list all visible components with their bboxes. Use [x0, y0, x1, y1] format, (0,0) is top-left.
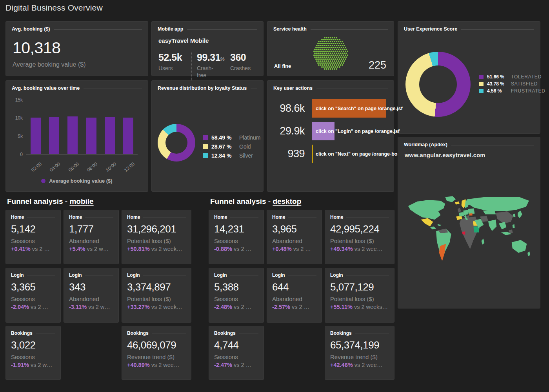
map-region-mexico	[421, 218, 433, 226]
funnel-delta: -0.88%	[214, 246, 232, 252]
funnel-stage: Login	[69, 272, 82, 278]
health-dot	[320, 41, 322, 42]
key-action-row[interactable]: 98.6kclick on "Search" on page /orange.j…	[273, 99, 385, 118]
funnel-tile[interactable]: Login3,374,897Potential loss ($)+33.27% …	[122, 268, 191, 323]
health-dot	[341, 58, 342, 60]
revenue-legend: 58.49 %Platinum28.67 %Gold12.84 %Silver	[203, 134, 260, 159]
service-health-count: 225	[369, 59, 386, 71]
health-dot	[328, 37, 329, 38]
health-dot	[317, 43, 319, 44]
funnel-metric-label: Sessions	[214, 238, 258, 244]
legend-swatch	[479, 89, 484, 93]
header-rule	[346, 276, 389, 276]
bar[interactable]	[31, 118, 41, 154]
key-action-row[interactable]: 29.9kclick on "Login" on page /orange.js…	[273, 122, 385, 140]
funnel-tile[interactable]: Login3,365Sessions-2.04% vs 2 …	[5, 268, 61, 323]
key-action-row[interactable]: 939click on "Next" on page /orange-bo…	[273, 145, 385, 163]
header-rule	[143, 276, 186, 276]
health-dot	[337, 51, 338, 52]
bar[interactable]	[67, 116, 78, 154]
key-action-bar[interactable]	[312, 145, 313, 163]
tile-revenue-distribution[interactable]: Revenue distribution by loyalty Status 5…	[151, 80, 264, 192]
funnel-delta-row: +49.34% vs 2 wee…	[330, 246, 389, 252]
health-dot	[319, 62, 321, 64]
tile-ux-score[interactable]: User Experience Score 51.66 %TOLERATED43…	[398, 21, 540, 134]
health-dot	[334, 60, 335, 62]
bar[interactable]	[49, 117, 59, 154]
header-rule	[230, 276, 258, 276]
health-dot	[344, 53, 345, 54]
tile-avg-booking[interactable]: Avg. booking ($) 10,318 Average booking …	[5, 21, 148, 76]
ux-score-donut-chart[interactable]	[405, 52, 471, 117]
map-region-kazakhstan	[483, 210, 496, 214]
ux-score-legend: 51.66 %TOLERATED43.78 %SATISFIED4.56 %FR…	[479, 74, 545, 94]
x-tick-slot: 12:00	[119, 157, 138, 173]
health-dot	[335, 51, 336, 52]
health-dot	[336, 41, 337, 42]
tile-worldmap[interactable]: Worldmap (Apdex) www.angular.easytravel.…	[398, 137, 540, 309]
health-dot	[337, 66, 338, 68]
bar[interactable]	[105, 117, 115, 154]
legend-swatch	[203, 135, 208, 140]
funnel-tile[interactable]: Login5,388Sessions-2.48% vs 2 …	[209, 268, 264, 323]
funnel-metric-label: Potential loss ($)	[330, 238, 389, 244]
funnel-tile[interactable]: Login644Abandoned-2.57% vs 2 …	[267, 268, 322, 323]
health-dot	[336, 68, 337, 70]
funnel-tile[interactable]: Login343Abandoned-3.11% vs 2 w…	[64, 268, 119, 323]
health-dot	[338, 41, 339, 42]
map-region-india	[488, 220, 496, 231]
funnel-tile-header: Home	[69, 214, 113, 220]
health-dot	[332, 41, 333, 42]
funnel-grid-mobile: Home5,142Sessions+0.41% vs 2 …Home1,777A…	[5, 210, 193, 381]
bar[interactable]	[86, 118, 96, 154]
tile-mobile-app[interactable]: Mobile app easyTravel Mobile 52.5k Users…	[151, 21, 264, 76]
health-dot	[330, 56, 331, 58]
funnel-tile[interactable]: Bookings65,374,199Revenue trend ($)+42.4…	[325, 326, 394, 380]
health-dot	[340, 56, 341, 58]
funnel-metric-label: Abandoned	[272, 296, 316, 302]
health-dot	[323, 58, 325, 60]
health-dot	[328, 49, 329, 50]
funnel-delta-row: +40.89% vs 2 wee…	[127, 362, 186, 368]
map-region-japan	[518, 211, 522, 218]
health-dot	[331, 39, 333, 40]
funnel-tile[interactable]: Home3,965Abandoned+0.48% vs 2 …	[267, 210, 322, 264]
funnel-delta-row: +5.4% vs 2 w…	[69, 246, 113, 252]
bar[interactable]	[123, 118, 133, 154]
health-dot	[332, 56, 333, 58]
header-rule	[85, 276, 113, 276]
health-dot	[330, 45, 331, 46]
tile-booking-over-time[interactable]: Avg. booking value over time 15k10k5k0 0…	[5, 80, 148, 192]
revenue-donut-chart[interactable]	[158, 124, 195, 162]
funnel-tile[interactable]: Home5,142Sessions+0.41% vs 2 …	[5, 210, 61, 264]
funnel-tile[interactable]: Home1,777Abandoned+5.4% vs 2 w…	[64, 210, 119, 264]
x-tick-label: 12:00	[123, 161, 136, 173]
funnel-stage: Home	[330, 214, 343, 220]
funnel-tile[interactable]: Login5,077,129Potential loss ($)+55.11% …	[325, 268, 394, 323]
funnel-device-link-mobile[interactable]: mobile	[69, 197, 93, 205]
funnel-tile[interactable]: Home14,231Sessions-0.88% vs 2 …	[209, 210, 264, 264]
health-dot	[339, 47, 340, 48]
funnel-delta: +0.48%	[272, 246, 292, 252]
funnel-tile[interactable]: Bookings3,022Sessions-1.91% vs 2 w…	[5, 326, 61, 380]
health-dot	[337, 54, 338, 56]
funnel-tile[interactable]: Bookings46,069,079Revenue trend ($)+40.8…	[122, 326, 191, 380]
health-dot	[316, 60, 318, 62]
tile-service-health[interactable]: Service health All fine 225	[267, 21, 394, 76]
funnel-metric-label: Sessions	[11, 238, 55, 244]
health-dot	[326, 60, 327, 62]
world-map[interactable]	[406, 195, 531, 271]
funnel-tile[interactable]: Home42,995,224Potential loss ($)+49.34% …	[325, 210, 394, 264]
tile-title: Key user actions	[273, 85, 313, 91]
bar-series[interactable]	[26, 100, 138, 154]
funnel-tile[interactable]: Home31,296,201Potential loss ($)+50.81% …	[122, 210, 191, 264]
tile-key-user-actions[interactable]: Key user actions 98.6kclick on "Search" …	[267, 80, 394, 192]
funnel-value: 3,022	[11, 339, 55, 351]
funnel-compare-label: vs 2 wee…	[354, 246, 383, 252]
funnel-device-link-desktop[interactable]: desktop	[273, 197, 301, 205]
health-dot	[320, 45, 322, 46]
funnel-stage: Login	[214, 272, 227, 278]
key-action-label: click on "Next" on page /orange-bo…	[316, 151, 402, 157]
funnel-tile[interactable]: Bookings4,744Sessions-2.47% vs 2 …	[209, 326, 264, 380]
health-dot	[320, 53, 322, 54]
